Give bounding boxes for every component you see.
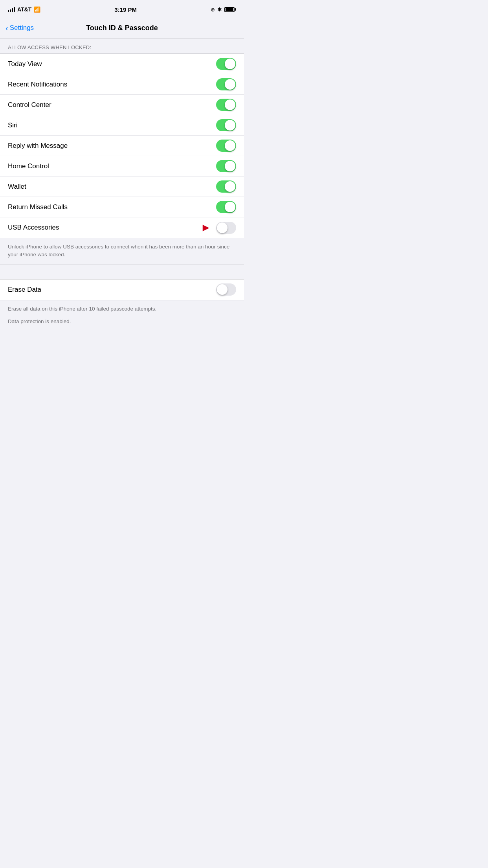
red-arrow-icon: ► (200, 222, 211, 233)
recent-notifications-row: Recent Notifications (0, 74, 244, 95)
recent-notifications-toggle[interactable] (216, 78, 236, 90)
siri-label: Siri (8, 121, 216, 129)
usb-accessories-row: USB Accessories ► (0, 217, 244, 238)
return-missed-calls-toggle[interactable] (216, 201, 236, 213)
erase-data-info: Erase all data on this iPhone after 10 f… (0, 300, 244, 331)
allow-access-list: Today View Recent Notifications Control … (0, 53, 244, 238)
home-control-toggle[interactable] (216, 160, 236, 172)
status-right: ⊕ ✱ (211, 6, 236, 13)
recent-notifications-label: Recent Notifications (8, 81, 216, 88)
usb-accessories-toggle[interactable] (216, 222, 236, 234)
reply-with-message-label: Reply with Message (8, 142, 216, 150)
return-missed-calls-label: Return Missed Calls (8, 203, 216, 211)
control-center-toggle[interactable] (216, 99, 236, 111)
erase-data-row: Erase Data (0, 280, 244, 300)
siri-toggle[interactable] (216, 119, 236, 131)
back-label: Settings (10, 24, 34, 32)
carrier-label: AT&T (17, 6, 31, 13)
control-center-row: Control Center (0, 95, 244, 115)
signal-bars-icon (8, 7, 15, 12)
page-title: Touch ID & Passcode (86, 24, 158, 32)
today-view-toggle[interactable] (216, 58, 236, 70)
wallet-label: Wallet (8, 183, 216, 191)
status-bar: AT&T 📶 3:19 PM ⊕ ✱ (0, 0, 244, 17)
reply-with-message-row: Reply with Message (0, 136, 244, 156)
allow-access-header: ALLOW ACCESS WHEN LOCKED: (0, 39, 244, 53)
status-left: AT&T 📶 (8, 6, 40, 13)
section-spacer (0, 265, 244, 279)
wifi-icon: 📶 (34, 6, 40, 13)
usb-accessories-info: Unlock iPhone to allow USB accessories t… (0, 238, 244, 265)
erase-data-info-text2: Data protection is enabled. (8, 318, 236, 326)
wallet-toggle[interactable] (216, 180, 236, 193)
wallet-row: Wallet (0, 177, 244, 197)
home-control-label: Home Control (8, 162, 216, 170)
chevron-left-icon: ‹ (6, 24, 8, 32)
back-button[interactable]: ‹ Settings (6, 24, 34, 32)
usb-accessories-label: USB Accessories (8, 224, 200, 232)
home-control-row: Home Control (0, 156, 244, 177)
erase-data-info-text1: Erase all data on this iPhone after 10 f… (8, 305, 236, 313)
nav-bar: ‹ Settings Touch ID & Passcode (0, 17, 244, 39)
time-label: 3:19 PM (114, 6, 137, 13)
today-view-label: Today View (8, 60, 216, 68)
control-center-label: Control Center (8, 101, 216, 109)
erase-data-list: Erase Data (0, 279, 244, 300)
battery-icon (224, 7, 236, 12)
siri-row: Siri (0, 115, 244, 136)
today-view-row: Today View (0, 54, 244, 74)
reply-with-message-toggle[interactable] (216, 140, 236, 152)
screen-rotation-icon: ⊕ (211, 7, 215, 13)
return-missed-calls-row: Return Missed Calls (0, 197, 244, 217)
bluetooth-icon: ✱ (217, 6, 222, 13)
erase-data-label: Erase Data (8, 286, 216, 294)
usb-accessories-right: ► (200, 222, 236, 234)
erase-data-toggle[interactable] (216, 283, 236, 296)
